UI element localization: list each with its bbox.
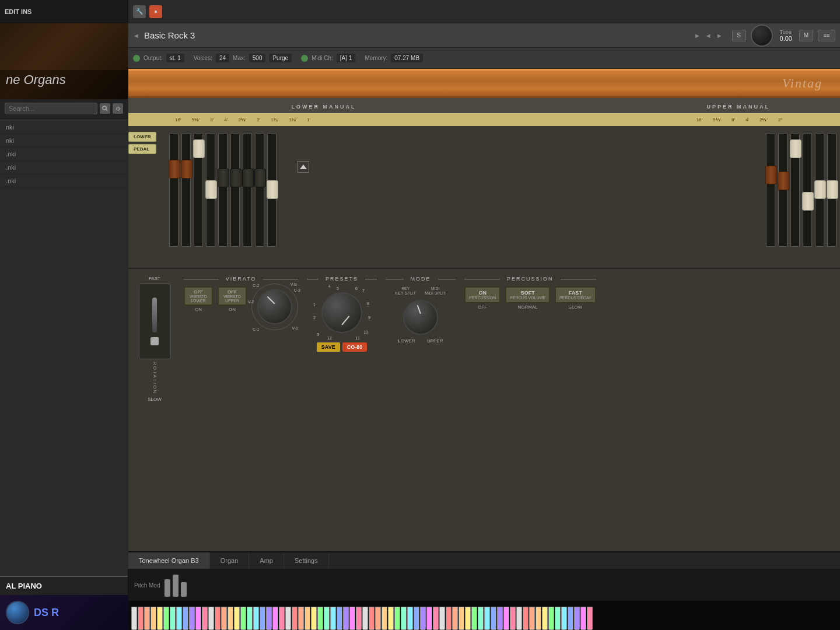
white-key[interactable] (375, 607, 381, 630)
white-key[interactable] (131, 607, 137, 630)
white-key[interactable] (452, 607, 458, 630)
white-key[interactable] (426, 607, 432, 630)
instrument-next-btn[interactable]: ► (716, 32, 723, 39)
white-key[interactable] (555, 607, 561, 630)
white-key[interactable] (587, 607, 593, 630)
eq-button[interactable]: ≡≡ (818, 30, 835, 41)
white-key[interactable] (478, 607, 484, 630)
drawbar-handle-5[interactable] (218, 169, 229, 187)
m-button[interactable]: M (799, 30, 813, 41)
tab-amp[interactable]: Amp (249, 552, 284, 569)
white-key[interactable] (337, 607, 342, 630)
white-key[interactable] (523, 607, 528, 630)
white-key[interactable] (234, 607, 240, 630)
white-key[interactable] (420, 607, 426, 630)
tab-organ[interactable]: Organ (210, 552, 250, 569)
white-key[interactable] (497, 607, 503, 630)
keys-pattern[interactable] (131, 607, 593, 630)
white-key[interactable] (459, 607, 464, 630)
white-key[interactable] (484, 607, 490, 630)
white-key[interactable] (382, 607, 387, 630)
list-item[interactable]: nki (0, 134, 128, 148)
white-key[interactable] (157, 607, 163, 630)
white-key[interactable] (144, 607, 150, 630)
upper-drawbar-handle-4[interactable] (802, 192, 814, 211)
save-button[interactable]: SAVE (317, 342, 340, 352)
white-key[interactable] (580, 607, 586, 630)
white-key[interactable] (356, 607, 362, 630)
disk-icon[interactable]: ● (149, 5, 162, 18)
drawbar-handle-7[interactable] (242, 169, 254, 187)
instrument-arrow-left[interactable]: ◄ (133, 32, 139, 39)
mode-knob[interactable] (403, 300, 438, 335)
perc-fast-btn[interactable]: FAST PERCUS DECAY (555, 286, 596, 303)
upper-drawbar-handle-6[interactable] (827, 180, 838, 199)
white-key[interactable] (183, 607, 188, 630)
white-key[interactable] (574, 607, 580, 630)
white-key[interactable] (292, 607, 298, 630)
purge-label[interactable]: Purge (269, 54, 292, 62)
white-key[interactable] (170, 607, 176, 630)
white-key[interactable] (285, 607, 291, 630)
white-key[interactable] (272, 607, 278, 630)
white-key[interactable] (311, 607, 317, 630)
list-item[interactable]: .nki (0, 148, 128, 161)
white-key[interactable] (439, 607, 445, 630)
pitch-slider-1[interactable] (164, 579, 170, 597)
tune-knob[interactable] (751, 24, 773, 47)
white-key[interactable] (221, 607, 227, 630)
white-key[interactable] (561, 607, 567, 630)
white-key[interactable] (215, 607, 220, 630)
search-icon[interactable] (100, 103, 110, 114)
rotation-dial[interactable] (139, 284, 171, 359)
white-key[interactable] (401, 607, 407, 630)
white-key[interactable] (362, 607, 368, 630)
white-key[interactable] (465, 607, 471, 630)
drawbar-handle-8[interactable] (254, 169, 266, 187)
white-key[interactable] (228, 607, 233, 630)
white-key[interactable] (388, 607, 394, 630)
drawbar-handle-2[interactable] (181, 160, 192, 178)
settings-icon[interactable]: ⚙ (113, 103, 123, 114)
white-key[interactable] (536, 607, 541, 630)
white-key[interactable] (471, 607, 477, 630)
drawbar-handle-9[interactable] (267, 180, 278, 199)
s-button[interactable]: S (732, 30, 746, 41)
white-key[interactable] (266, 607, 272, 630)
white-key[interactable] (253, 607, 259, 630)
white-key[interactable] (176, 607, 182, 630)
drawbar-handle-1[interactable] (169, 160, 180, 178)
instrument-prev-btn[interactable]: ◄ (705, 32, 712, 39)
list-item[interactable]: nki (0, 121, 128, 134)
perc-soft-btn[interactable]: SOFT PERCUS VOLUME (505, 286, 550, 303)
drawbar-handle-4[interactable] (205, 180, 217, 199)
white-key[interactable] (279, 607, 285, 630)
white-key[interactable] (247, 607, 253, 630)
white-key[interactable] (433, 607, 439, 630)
upper-drawbar-handle-2[interactable] (778, 172, 789, 190)
search-input[interactable] (5, 103, 97, 114)
white-key[interactable] (343, 607, 349, 630)
white-key[interactable] (298, 607, 304, 630)
rotation-handle[interactable] (150, 337, 159, 345)
presets-knob[interactable] (321, 292, 362, 333)
co80-button[interactable]: CO-80 (342, 342, 368, 352)
white-key[interactable] (240, 607, 246, 630)
white-key[interactable] (202, 607, 208, 630)
lower-button[interactable]: LOWER (128, 132, 156, 142)
white-key[interactable] (446, 607, 452, 630)
tab-settings[interactable]: Settings (284, 552, 329, 569)
white-key[interactable] (407, 607, 413, 630)
tab-tonewheel[interactable]: Tonewheel Organ B3 (128, 552, 210, 569)
white-key[interactable] (510, 607, 516, 630)
white-key[interactable] (548, 607, 554, 630)
wrench-icon[interactable]: 🔧 (133, 5, 146, 18)
drawbar-handle-6[interactable] (230, 169, 242, 187)
pitch-slider-2[interactable] (173, 575, 178, 597)
white-key[interactable] (491, 607, 496, 630)
upper-drawbar-handle-3[interactable] (790, 139, 802, 158)
vibrato-knob[interactable] (257, 289, 292, 324)
perc-on-btn[interactable]: ON PERCUSSION (464, 286, 501, 303)
white-key[interactable] (369, 607, 374, 630)
upper-drawbar-handle-1[interactable] (765, 166, 777, 184)
